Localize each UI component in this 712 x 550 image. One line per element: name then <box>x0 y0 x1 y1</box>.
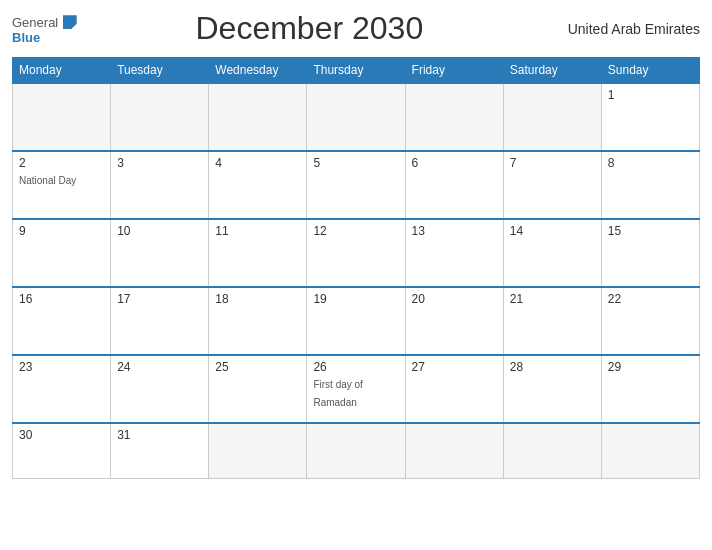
calendar-cell <box>405 423 503 478</box>
day-number: 29 <box>608 360 693 374</box>
calendar-cell: 28 <box>503 355 601 423</box>
calendar-cell: 2National Day <box>13 151 111 219</box>
calendar-week-row: 23242526First day of Ramadan272829 <box>13 355 700 423</box>
day-number: 24 <box>117 360 202 374</box>
calendar-cell: 5 <box>307 151 405 219</box>
day-number: 13 <box>412 224 497 238</box>
day-number: 30 <box>19 428 104 442</box>
day-number: 31 <box>117 428 202 442</box>
day-number: 14 <box>510 224 595 238</box>
day-number: 9 <box>19 224 104 238</box>
calendar-cell <box>503 83 601 151</box>
day-number: 26 <box>313 360 398 374</box>
logo-general: General <box>12 14 79 30</box>
calendar-cell: 18 <box>209 287 307 355</box>
day-number: 19 <box>313 292 398 306</box>
calendar-cell: 24 <box>111 355 209 423</box>
weekday-header-friday: Friday <box>405 58 503 84</box>
day-number: 10 <box>117 224 202 238</box>
calendar-cell: 15 <box>601 219 699 287</box>
calendar-cell: 21 <box>503 287 601 355</box>
calendar-header: General Blue December 2030 United Arab E… <box>12 10 700 47</box>
calendar-cell <box>209 83 307 151</box>
calendar-cell: 27 <box>405 355 503 423</box>
day-number: 25 <box>215 360 300 374</box>
calendar-cell <box>503 423 601 478</box>
calendar-cell: 25 <box>209 355 307 423</box>
day-number: 12 <box>313 224 398 238</box>
calendar-cell <box>307 423 405 478</box>
weekday-header-sunday: Sunday <box>601 58 699 84</box>
calendar-cell: 9 <box>13 219 111 287</box>
logo-icon <box>63 15 77 29</box>
logo-general-text: General <box>12 15 58 30</box>
day-number: 23 <box>19 360 104 374</box>
calendar-cell: 16 <box>13 287 111 355</box>
day-number: 5 <box>313 156 398 170</box>
country-name: United Arab Emirates <box>540 21 700 37</box>
calendar-cell: 8 <box>601 151 699 219</box>
event-text: National Day <box>19 175 76 186</box>
day-number: 15 <box>608 224 693 238</box>
calendar-cell: 22 <box>601 287 699 355</box>
calendar-cell <box>13 83 111 151</box>
calendar-week-row: 3031 <box>13 423 700 478</box>
calendar-table: MondayTuesdayWednesdayThursdayFridaySatu… <box>12 57 700 479</box>
day-number: 3 <box>117 156 202 170</box>
calendar-cell: 13 <box>405 219 503 287</box>
day-number: 17 <box>117 292 202 306</box>
calendar-cell: 7 <box>503 151 601 219</box>
calendar-cell: 23 <box>13 355 111 423</box>
day-number: 11 <box>215 224 300 238</box>
day-number: 4 <box>215 156 300 170</box>
calendar-week-row: 2National Day345678 <box>13 151 700 219</box>
day-number: 18 <box>215 292 300 306</box>
day-number: 28 <box>510 360 595 374</box>
day-number: 2 <box>19 156 104 170</box>
calendar-cell: 14 <box>503 219 601 287</box>
calendar-cell <box>209 423 307 478</box>
calendar-week-row: 1 <box>13 83 700 151</box>
calendar-cell <box>601 423 699 478</box>
calendar-cell: 31 <box>111 423 209 478</box>
weekday-header-wednesday: Wednesday <box>209 58 307 84</box>
calendar-cell: 3 <box>111 151 209 219</box>
day-number: 20 <box>412 292 497 306</box>
weekday-header-tuesday: Tuesday <box>111 58 209 84</box>
calendar-week-row: 9101112131415 <box>13 219 700 287</box>
weekday-header-saturday: Saturday <box>503 58 601 84</box>
day-number: 27 <box>412 360 497 374</box>
day-number: 7 <box>510 156 595 170</box>
calendar-cell: 26First day of Ramadan <box>307 355 405 423</box>
day-number: 22 <box>608 292 693 306</box>
weekday-header-monday: Monday <box>13 58 111 84</box>
calendar-container: General Blue December 2030 United Arab E… <box>0 0 712 489</box>
weekday-header-row: MondayTuesdayWednesdayThursdayFridaySatu… <box>13 58 700 84</box>
calendar-cell: 29 <box>601 355 699 423</box>
event-text: First day of Ramadan <box>313 379 362 408</box>
weekday-header-thursday: Thursday <box>307 58 405 84</box>
calendar-week-row: 16171819202122 <box>13 287 700 355</box>
day-number: 8 <box>608 156 693 170</box>
calendar-cell: 4 <box>209 151 307 219</box>
calendar-cell <box>307 83 405 151</box>
calendar-cell: 10 <box>111 219 209 287</box>
logo-blue-text: Blue <box>12 31 79 44</box>
calendar-cell: 19 <box>307 287 405 355</box>
day-number: 6 <box>412 156 497 170</box>
logo: General Blue <box>12 14 79 44</box>
calendar-cell: 20 <box>405 287 503 355</box>
calendar-cell <box>405 83 503 151</box>
calendar-cell: 11 <box>209 219 307 287</box>
calendar-cell: 12 <box>307 219 405 287</box>
calendar-cell: 17 <box>111 287 209 355</box>
day-number: 1 <box>608 88 693 102</box>
day-number: 21 <box>510 292 595 306</box>
calendar-cell: 1 <box>601 83 699 151</box>
calendar-cell: 30 <box>13 423 111 478</box>
month-title: December 2030 <box>79 10 540 47</box>
calendar-cell: 6 <box>405 151 503 219</box>
day-number: 16 <box>19 292 104 306</box>
calendar-cell <box>111 83 209 151</box>
